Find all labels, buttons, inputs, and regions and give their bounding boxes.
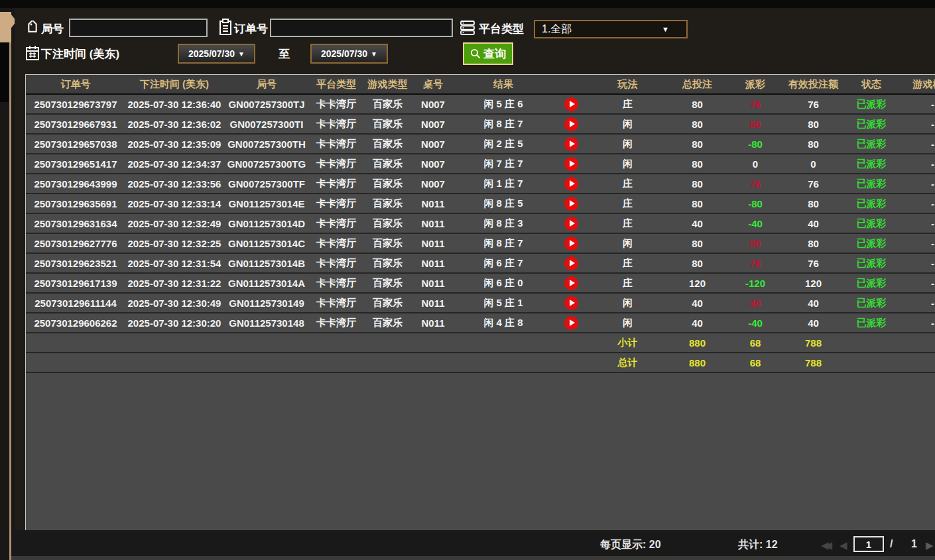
play-icon[interactable] — [564, 117, 578, 131]
play-icon[interactable] — [564, 157, 578, 171]
cell-table-no: N007 — [412, 119, 454, 130]
cell-status: 已派彩 — [845, 178, 898, 190]
chevron-down-icon: ▼ — [662, 25, 669, 33]
cell-total-bet: 120 — [666, 278, 729, 289]
cell-replay — [553, 217, 590, 231]
cell-payout: -80 — [729, 139, 782, 150]
table-body: 250730129673797 2025-07-30 12:36:40 GN00… — [26, 95, 935, 373]
platform-type-select[interactable]: 1.全部 ▼ — [534, 20, 688, 38]
table-row: 250730129643999 2025-07-30 12:33:56 GN00… — [26, 174, 935, 194]
cell-payout: -120 — [729, 278, 782, 289]
cell-total-bet: 80 — [666, 198, 729, 209]
cell-result: 闲 8 庄 3 — [454, 217, 553, 230]
cell-game-type: 百家乐 — [363, 118, 412, 131]
cell-game-type: 百家乐 — [363, 237, 412, 250]
search-icon — [470, 48, 481, 59]
cell-bet-on: 闲 — [590, 158, 666, 170]
date-from-picker[interactable]: 2025/07/30 ▼ — [178, 44, 255, 64]
table-row: 250730129667931 2025-07-30 12:36:02 GN00… — [26, 115, 935, 135]
prev-page-button[interactable]: ◀ — [840, 539, 847, 551]
betting-records-screen: 局号 订单号 平台类型 1.全部 ▼ 下注时间 (美东) 2025/07/30 … — [0, 0, 935, 560]
cell-replay — [553, 256, 590, 270]
cell-order-no: 250730129651417 — [26, 158, 125, 170]
query-button[interactable]: 查询 — [463, 42, 513, 65]
cell-bet-on: 庄 — [590, 257, 666, 270]
play-icon[interactable] — [564, 137, 578, 151]
chevron-down-icon: ▼ — [238, 50, 245, 58]
cell-result: 闲 5 庄 1 — [454, 297, 553, 309]
play-icon[interactable] — [564, 276, 578, 290]
cell-status: 已派彩 — [845, 98, 898, 111]
play-icon[interactable] — [564, 197, 578, 211]
cell-bet-on: 闲 — [590, 237, 666, 250]
cell-replay — [553, 197, 590, 211]
round-no-input[interactable] — [69, 19, 208, 37]
cell-bet-on: 闲 — [590, 297, 666, 309]
summary-label: 总计 — [590, 357, 666, 369]
cell-bet-on: 庄 — [590, 197, 666, 210]
cell-replay — [553, 157, 590, 171]
cell-round-no: GN007257300TG — [223, 158, 310, 170]
cell-bet-time: 2025-07-30 12:34:37 — [125, 158, 223, 170]
cell-payout: -40 — [729, 317, 782, 329]
summary-row: 小计 880 68 788 — [26, 333, 935, 353]
play-icon[interactable] — [564, 217, 578, 231]
cell-game-mode: - — [898, 258, 935, 269]
order-no-label: 订单号 — [234, 21, 268, 36]
cell-game-type: 百家乐 — [363, 158, 412, 170]
cell-result: 闲 8 庄 5 — [454, 197, 553, 210]
cell-replay — [553, 177, 590, 191]
page-number-input[interactable] — [853, 536, 884, 552]
cell-order-no: 250730129631634 — [26, 218, 125, 229]
table-row: 250730129606262 2025-07-30 12:30:20 GN01… — [26, 313, 935, 333]
cell-replay — [553, 276, 590, 290]
summary-valid-bet: 788 — [782, 357, 845, 368]
cell-replay — [553, 117, 590, 131]
header-game-mode: 游戏模式 — [898, 78, 935, 91]
cell-game-type: 百家乐 — [363, 138, 412, 150]
cell-payout: 80 — [729, 119, 782, 130]
cell-game-mode: - — [898, 278, 935, 289]
play-icon[interactable] — [564, 97, 578, 111]
play-icon[interactable] — [564, 256, 578, 270]
table-header-row: 订单号 下注时间 (美东) 局号 平台类型 游戏类型 桌号 结果 玩法 总投注 … — [26, 75, 935, 95]
order-no-input[interactable] — [270, 19, 453, 37]
table-row: 250730129627776 2025-07-30 12:32:25 GN01… — [26, 234, 935, 254]
cell-bet-time: 2025-07-30 12:31:54 — [125, 258, 223, 269]
first-page-button[interactable]: ◀◀ — [821, 539, 828, 551]
play-icon[interactable] — [564, 296, 578, 310]
tag-icon — [25, 21, 40, 35]
cell-replay — [553, 316, 590, 330]
summary-valid-bet: 788 — [782, 337, 845, 349]
cell-platform: 卡卡湾厅 — [310, 217, 363, 230]
cell-replay — [553, 97, 590, 111]
cell-valid-bet: 80 — [782, 198, 845, 209]
cell-bet-time: 2025-07-30 12:30:49 — [125, 298, 223, 309]
cell-result: 闲 1 庄 7 — [454, 178, 553, 190]
next-page-button[interactable]: ▶ — [926, 539, 934, 551]
play-icon[interactable] — [564, 177, 578, 191]
cell-game-mode: - — [898, 119, 935, 130]
cell-order-no: 250730129673797 — [26, 99, 125, 110]
cell-payout: -40 — [729, 218, 782, 229]
play-icon[interactable] — [564, 316, 578, 330]
cell-table-no: N007 — [412, 139, 454, 150]
cell-status: 已派彩 — [845, 217, 898, 230]
cell-result: 闲 6 庄 0 — [454, 277, 553, 290]
cell-table-no: N007 — [412, 158, 454, 170]
cell-bet-time: 2025-07-30 12:35:09 — [125, 139, 223, 150]
cell-platform: 卡卡湾厅 — [310, 118, 363, 131]
cell-bet-time: 2025-07-30 12:33:56 — [125, 178, 223, 190]
cell-total-bet: 80 — [666, 258, 729, 269]
total-pages: 1 — [911, 538, 917, 550]
cell-status: 已派彩 — [845, 118, 898, 131]
date-to-value: 2025/07/30 — [321, 48, 367, 59]
header-total-bet: 总投注 — [666, 78, 729, 91]
date-to-picker[interactable]: 2025/07/30 ▼ — [310, 44, 388, 64]
query-button-label: 查询 — [483, 46, 506, 62]
cell-bet-time: 2025-07-30 12:36:40 — [125, 99, 223, 110]
cell-bet-on: 庄 — [590, 178, 666, 190]
play-icon[interactable] — [564, 237, 578, 251]
cell-round-no: GN007257300TJ — [223, 99, 310, 110]
cell-bet-time: 2025-07-30 12:30:20 — [125, 317, 223, 329]
